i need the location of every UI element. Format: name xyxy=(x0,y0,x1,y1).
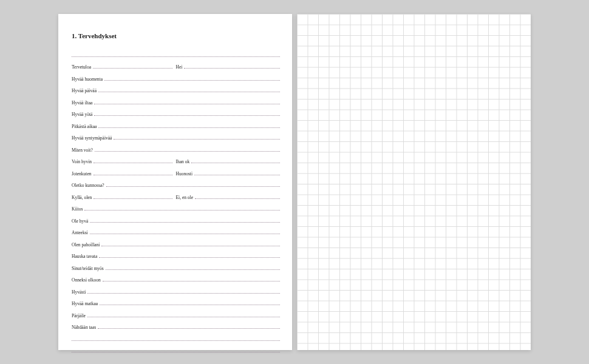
fill-line xyxy=(103,281,280,281)
vocab-label: Sinut/teidät myös xyxy=(72,266,106,272)
vocab-cell-left: Jotenkuten xyxy=(72,171,176,177)
right-page xyxy=(297,14,531,350)
fill-line xyxy=(84,210,280,211)
vocab-cell: Hyvää matkaa xyxy=(72,301,280,307)
vocab-row: Hyvää iltaa xyxy=(72,94,280,106)
fill-line xyxy=(90,234,280,234)
fill-line xyxy=(90,222,280,223)
vocab-cell: Pitkästä aikaa xyxy=(72,124,280,130)
fill-line xyxy=(101,246,280,246)
vocab-cell-left: Voin hyvin xyxy=(72,159,176,165)
vocab-row: Kiitos xyxy=(72,201,280,213)
section-heading: 1. Tervehdykset xyxy=(72,32,280,39)
vocab-cell-right: Huonosti xyxy=(176,171,281,177)
fill-line xyxy=(87,293,280,294)
fill-line xyxy=(94,163,172,163)
vocab-row xyxy=(72,331,280,343)
vocab-cell: Anteeksi xyxy=(72,230,280,236)
vocab-label: Hyvää yötä xyxy=(72,112,94,118)
page-spread: 1. Tervehdykset TervetuloaHeiHyvää huome… xyxy=(58,14,531,350)
vocab-label: Ole hyvä xyxy=(72,218,90,224)
vocab-label: Hyvää matkaa xyxy=(72,301,100,307)
vocab-cell: Sinut/teidät myös xyxy=(72,266,280,272)
vocab-row: TervetuloaHei xyxy=(72,59,280,71)
vocab-label: Kyllä, olen xyxy=(72,195,94,201)
vocab-label: Hyvää päivää xyxy=(72,88,98,94)
vocab-row: Hyvää matkaa xyxy=(72,295,280,308)
fill-line xyxy=(104,80,280,81)
vocab-row: Sinut/teidät myös xyxy=(72,260,280,272)
vocab-cell: Hyvää huomenta xyxy=(72,76,280,83)
vocab-label: Onneksi olkoon xyxy=(72,277,103,283)
vocab-cell-right: Ihan ok xyxy=(176,159,281,165)
vocab-label: Hei xyxy=(176,64,185,70)
vocab-row: Pärjäile xyxy=(72,307,280,319)
fill-line xyxy=(72,56,280,57)
fill-line xyxy=(114,139,280,140)
vocab-cell: Pärjäile xyxy=(72,313,280,319)
vocab-row: Miten voit? xyxy=(72,141,280,153)
vocab-cell: Hyvää yötä xyxy=(72,112,280,118)
fill-line xyxy=(106,269,280,270)
vocab-row: Oletko kunnossa? xyxy=(72,177,280,189)
vocab-row: Hyvää syntymäpäivää xyxy=(72,130,280,142)
vocab-cell: Miten voit? xyxy=(72,147,280,153)
vocab-row: Hyvää huomenta xyxy=(72,70,280,83)
fill-line xyxy=(195,198,280,199)
fill-line xyxy=(98,92,280,92)
vocab-label: Anteeksi xyxy=(72,230,90,236)
vocab-row: Olen pahoillani xyxy=(72,236,280,248)
vocab-label: Tervetuloa xyxy=(72,64,93,70)
vocab-cell: Hyvästi xyxy=(72,289,280,295)
left-page: 1. Tervehdykset TervetuloaHeiHyvää huome… xyxy=(58,14,292,350)
vocab-cell: Nähdään taas xyxy=(72,325,280,331)
vocab-cell: Olen pahoillani xyxy=(72,242,280,248)
fill-line xyxy=(184,68,280,69)
vocab-rows: TervetuloaHeiHyvää huomentaHyvää päivääH… xyxy=(72,47,280,354)
vocab-label: Miten voit? xyxy=(72,147,95,153)
vocab-row: Pitkästä aikaa xyxy=(72,118,280,130)
fill-line xyxy=(94,175,172,175)
vocab-label: Ei, en ole xyxy=(176,195,196,201)
vocab-row: Anteeksi xyxy=(72,224,280,237)
fill-line xyxy=(94,104,280,104)
fill-line xyxy=(100,305,280,305)
vocab-cell-right: Hei xyxy=(176,64,281,70)
vocab-label: Ihan ok xyxy=(176,159,192,165)
vocab-cell-left: Tervetuloa xyxy=(72,64,176,70)
fill-line xyxy=(191,163,280,163)
fill-line xyxy=(99,257,280,258)
vocab-cell: Onneksi olkoon xyxy=(72,277,280,283)
fill-line xyxy=(95,151,280,152)
fill-line xyxy=(72,352,280,352)
vocab-cell: Kiitos xyxy=(72,206,280,212)
vocab-label: Nähdään taas xyxy=(72,325,98,331)
vocab-row: Onneksi olkoon xyxy=(72,272,280,284)
vocab-label: Pitkästä aikaa xyxy=(72,124,98,130)
vocab-label: Hyvää huomenta xyxy=(72,76,104,83)
vocab-row: JotenkutenHuonosti xyxy=(72,165,280,177)
vocab-cell-left: Kyllä, olen xyxy=(72,195,176,201)
vocab-label: Hyvää syntymäpäivää xyxy=(72,135,114,141)
fill-line xyxy=(106,186,280,187)
vocab-row: Hyvää yötä xyxy=(72,106,280,118)
vocab-cell: Hyvää iltaa xyxy=(72,100,280,106)
vocab-label: Huonosti xyxy=(176,171,195,177)
vocab-row: Hyvästi xyxy=(72,283,280,295)
vocab-row xyxy=(72,343,280,355)
vocab-cell: Hyvää päivää xyxy=(72,88,280,94)
vocab-row: Ole hyvä xyxy=(72,212,280,224)
vocab-row xyxy=(72,47,280,59)
vocab-cell: Hyvää syntymäpäivää xyxy=(72,135,280,141)
vocab-label: Hyvästi xyxy=(72,289,87,295)
vocab-row: Hauska tavata xyxy=(72,248,280,260)
vocab-label: Hauska tavata xyxy=(72,254,99,260)
vocab-label: Kiitos xyxy=(72,206,84,212)
fill-line xyxy=(94,198,172,199)
fill-line xyxy=(194,175,280,175)
fill-line xyxy=(98,328,280,329)
blank-cell xyxy=(72,352,280,354)
vocab-label: Oletko kunnossa? xyxy=(72,183,106,189)
fill-line xyxy=(98,127,280,128)
vocab-cell-right: Ei, en ole xyxy=(176,195,281,201)
